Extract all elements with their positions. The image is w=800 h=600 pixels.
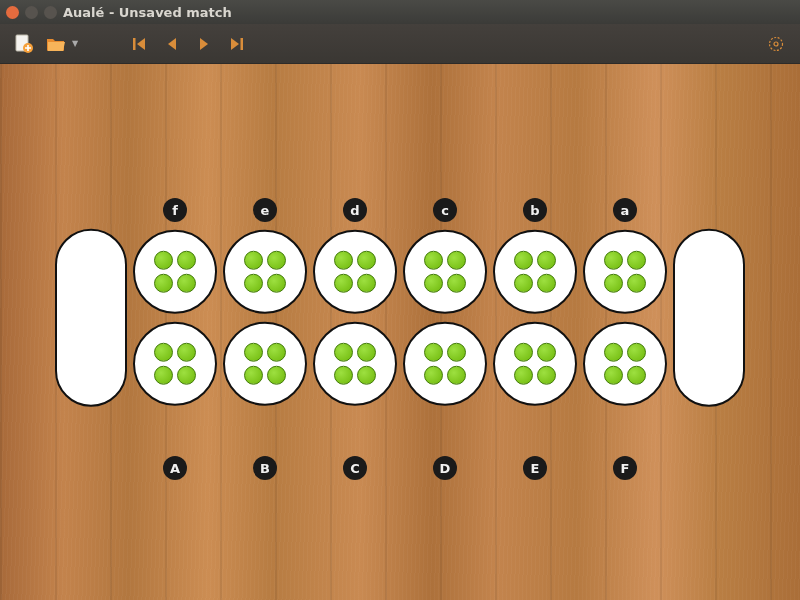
skip-first-icon: [131, 35, 149, 53]
pit-label-c: c: [433, 198, 457, 222]
pit-top-d[interactable]: [313, 230, 397, 314]
svg-rect-2: [133, 38, 136, 50]
mancala-board: [55, 229, 745, 407]
open-match-button[interactable]: [42, 30, 70, 58]
pit-label-b: b: [523, 198, 547, 222]
pit-top-b[interactable]: [493, 230, 577, 314]
pit-label-f: f: [163, 198, 187, 222]
chevron-right-icon: [195, 35, 213, 53]
pit-bottom-E[interactable]: [493, 322, 577, 406]
gear-icon: [767, 35, 785, 53]
pit-label-A: A: [163, 456, 187, 480]
settings-button[interactable]: [762, 30, 790, 58]
pit-label-d: d: [343, 198, 367, 222]
pit-label-C: C: [343, 456, 367, 480]
nav-prev-button[interactable]: [158, 30, 186, 58]
folder-open-icon: [45, 33, 67, 55]
open-dropdown-arrow-icon[interactable]: ▼: [72, 39, 78, 48]
pit-top-a[interactable]: [583, 230, 667, 314]
pits-grid: [133, 230, 667, 406]
pit-label-D: D: [433, 456, 457, 480]
pit-bottom-D[interactable]: [403, 322, 487, 406]
left-store: [55, 229, 127, 407]
window-close-button[interactable]: [6, 6, 19, 19]
skip-last-icon: [227, 35, 245, 53]
pit-bottom-B[interactable]: [223, 322, 307, 406]
svg-point-4: [770, 37, 783, 50]
pit-label-a: a: [613, 198, 637, 222]
nav-next-button[interactable]: [190, 30, 218, 58]
pit-bottom-F[interactable]: [583, 322, 667, 406]
titlebar: Aualé - Unsaved match: [0, 0, 800, 24]
pit-label-F: F: [613, 456, 637, 480]
pit-bottom-A[interactable]: [133, 322, 217, 406]
window-title: Aualé - Unsaved match: [63, 5, 232, 20]
pit-label-E: E: [523, 456, 547, 480]
right-store: [673, 229, 745, 407]
pit-bottom-C[interactable]: [313, 322, 397, 406]
game-board-area: f e d c b a A B C D E F: [0, 64, 800, 600]
pit-label-B: B: [253, 456, 277, 480]
svg-point-5: [774, 42, 778, 46]
pit-label-e: e: [253, 198, 277, 222]
bottom-labels-row: A B C D E F: [133, 456, 667, 480]
nav-last-button[interactable]: [222, 30, 250, 58]
pit-top-f[interactable]: [133, 230, 217, 314]
nav-first-button[interactable]: [126, 30, 154, 58]
file-new-icon: [13, 33, 35, 55]
window-minimize-button[interactable]: [25, 6, 38, 19]
new-match-button[interactable]: [10, 30, 38, 58]
chevron-left-icon: [163, 35, 181, 53]
svg-rect-3: [241, 38, 244, 50]
top-labels-row: f e d c b a: [133, 198, 667, 222]
window-maximize-button[interactable]: [44, 6, 57, 19]
toolbar: ▼: [0, 24, 800, 64]
pit-top-c[interactable]: [403, 230, 487, 314]
pit-top-e[interactable]: [223, 230, 307, 314]
